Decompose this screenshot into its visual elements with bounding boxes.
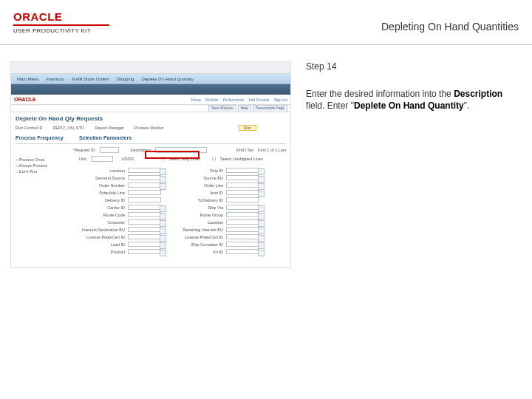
grid-label: Ship ID [177,168,223,173]
instruction-field-name: Description [454,89,502,99]
instruction-text: field. Enter " [306,100,354,111]
page-tab: Help [238,105,251,112]
grid-label: Carrier ID [79,205,125,210]
grid-field[interactable] [226,190,259,195]
brand-logo: ORACLE [13,10,109,23]
process-monitor-link: Process Monitor [134,126,164,130]
top-link: Sign out [274,98,287,102]
top-links: Home Worklist Performance Add Favorite S… [191,98,287,102]
grid-label: Location [79,168,125,173]
grid-label: Schedule Line [79,191,125,195]
breadcrumb-item: Fulfill Stock Orders [72,77,109,81]
request-id-field[interactable] [100,147,119,153]
grid-label: Location [177,220,223,225]
grid-field[interactable] [226,212,259,217]
grid-field[interactable] [226,234,259,239]
run-control-value: DEPLT_ON_STO [52,126,84,130]
grid-label: Route Group [177,213,223,217]
grid-field[interactable] [226,249,259,254]
grid-field[interactable] [226,168,259,173]
breadcrumb-item: Shipping [117,77,134,81]
grid-field[interactable] [226,219,259,225]
firstlast-label: First 1 of 1 Last [258,148,286,152]
grid-label: Receiving Interunit BU [177,228,223,232]
grid-label: License Plate/Cart ID [79,235,125,239]
findset-label: Find | Set [236,148,253,152]
step-instruction: Enter the desired information into the D… [306,88,519,112]
instruction-value: Deplete On Hand Quantity [354,100,464,111]
grid-label: Route Code [79,213,125,217]
run-control-label: Run Control ID [16,126,42,130]
top-link: Home [191,98,201,102]
radio-option[interactable]: Always Process [16,163,69,168]
grid-field[interactable] [226,175,259,180]
grid-field[interactable] [128,249,161,254]
grid-label: Item ID [177,191,223,195]
page-title: Depleting On Hand Quantities [381,21,519,33]
grid-field[interactable] [128,212,161,217]
radio-option[interactable]: Don't Run [16,169,69,174]
brand-block: ORACLE USER PRODUCTIVITY KIT [13,10,109,34]
top-link: Performance [223,98,245,102]
grid-field[interactable] [128,242,161,247]
page-tab: Personalize Page [253,105,287,112]
grid-label: Demand Source [79,176,125,180]
grid-field[interactable] [128,197,161,202]
breadcrumb-bar: Main Menu Inventory Fulfill Stock Orders… [11,74,290,84]
select-unshipped-label: Select Unshipped Lines [220,157,263,161]
frequency-radios[interactable]: Process Once Always Process Don't Run [16,157,69,174]
app-toolbar [11,84,290,95]
run-button[interactable]: Run [239,125,256,131]
grid-field[interactable] [226,197,259,202]
top-link: Worklist [205,98,219,102]
unit-label: Unit [79,157,86,161]
grid-label: Order Number [79,183,125,188]
grid-field[interactable] [128,168,161,173]
grid-field[interactable] [128,219,161,225]
grid-label: Customer [79,220,125,225]
grid-field[interactable] [128,190,161,195]
grid-label: Kit ID [177,250,223,254]
grid-field[interactable] [128,205,161,210]
top-link: Add Favorite [248,98,269,102]
criteria-grid: LocationShip ID Demand SourceSource BU O… [79,168,286,254]
section-parameters: Selection Parameters [79,135,286,140]
instruction-text: Enter the desired information into the [306,89,454,99]
page-tabs: New Window Help Personalize Page [11,105,290,112]
grid-label: Source BU [177,176,223,180]
breadcrumb-item: Inventory [47,77,65,81]
form-heading: Deplete On Hand Qty Requests [16,115,286,122]
grid-label: License Plate/Cart ID [177,235,223,239]
grid-label: Load ID [79,242,125,247]
window-titlebar [11,62,290,74]
grid-label: Delivery ID [79,198,125,202]
brand-divider [13,24,109,26]
grid-label: Ship Container ID [177,242,223,247]
page-tab: New Window [208,105,236,112]
product-name: USER PRODUCTIVITY KIT [13,27,109,34]
grid-field[interactable] [226,205,259,210]
app-logo: ORACLE [14,97,36,102]
unit-value: US001 [122,157,134,161]
highlight-box [145,151,200,159]
grid-label: Ship Via [177,205,223,210]
radio-option[interactable]: Process Once [16,157,69,162]
grid-field[interactable] [128,183,161,188]
grid-label: To Delivery ID [177,198,223,202]
grid-field[interactable] [128,175,161,180]
breadcrumb-item: Deplete On Hand Quantity [141,77,193,81]
report-manager-link: Report Manager [95,126,124,130]
unit-field[interactable] [91,156,113,162]
grid-label: Order Line [177,183,223,188]
grid-label: Product [79,250,125,254]
grid-field[interactable] [128,227,161,232]
app-brand-row: ORACLE Home Worklist Performance Add Fav… [11,95,290,105]
step-label: Step 14 [306,61,519,72]
app-screenshot: Main Menu Inventory Fulfill Stock Orders… [10,61,291,268]
grid-field[interactable] [226,183,259,188]
grid-field[interactable] [128,234,161,239]
grid-field[interactable] [226,227,259,232]
request-id-label: *Request ID [73,148,95,152]
section-frequency: Process Frequency [16,135,69,140]
grid-field[interactable] [226,242,259,247]
